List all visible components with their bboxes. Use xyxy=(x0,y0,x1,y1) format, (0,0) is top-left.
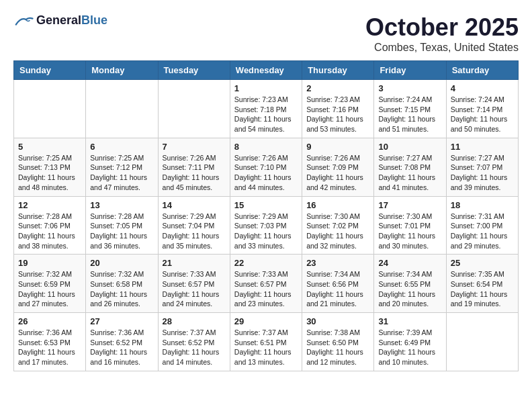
day-info: Sunrise: 7:28 AM Sunset: 7:06 PM Dayligh… xyxy=(18,212,81,251)
column-header-sunday: Sunday xyxy=(14,61,86,80)
calendar-cell: 24Sunrise: 7:34 AM Sunset: 6:55 PM Dayli… xyxy=(374,255,446,313)
day-info: Sunrise: 7:27 AM Sunset: 7:08 PM Dayligh… xyxy=(378,153,441,193)
day-info: Sunrise: 7:34 AM Sunset: 6:56 PM Dayligh… xyxy=(306,269,369,309)
calendar-cell: 8Sunrise: 7:26 AM Sunset: 7:10 PM Daylig… xyxy=(230,138,302,196)
location-text: Combes, Texas, United States xyxy=(365,42,519,54)
day-number: 10 xyxy=(378,142,441,152)
day-number: 17 xyxy=(378,200,441,210)
calendar-cell: 17Sunrise: 7:30 AM Sunset: 7:01 PM Dayli… xyxy=(374,196,446,255)
logo-text: GeneralBlue xyxy=(36,13,107,28)
day-number: 31 xyxy=(378,316,441,326)
day-info: Sunrise: 7:23 AM Sunset: 7:16 PM Dayligh… xyxy=(306,95,369,134)
day-number: 14 xyxy=(163,200,226,210)
day-number: 9 xyxy=(306,142,369,152)
column-header-monday: Monday xyxy=(86,61,158,80)
calendar-header-row: SundayMondayTuesdayWednesdayThursdayFrid… xyxy=(14,61,519,80)
calendar-cell: 7Sunrise: 7:26 AM Sunset: 7:11 PM Daylig… xyxy=(158,138,230,196)
day-number: 24 xyxy=(378,258,441,268)
calendar-cell: 31Sunrise: 7:39 AM Sunset: 6:49 PM Dayli… xyxy=(374,313,446,371)
calendar-cell: 14Sunrise: 7:29 AM Sunset: 7:04 PM Dayli… xyxy=(158,196,230,255)
day-info: Sunrise: 7:35 AM Sunset: 6:54 PM Dayligh… xyxy=(451,269,514,309)
day-info: Sunrise: 7:23 AM Sunset: 7:18 PM Dayligh… xyxy=(234,95,298,134)
day-number: 7 xyxy=(163,142,226,152)
column-header-thursday: Thursday xyxy=(302,61,374,80)
calendar-cell: 27Sunrise: 7:36 AM Sunset: 6:52 PM Dayli… xyxy=(86,313,158,371)
calendar-cell: 23Sunrise: 7:34 AM Sunset: 6:56 PM Dayli… xyxy=(302,255,374,313)
calendar-cell: 28Sunrise: 7:37 AM Sunset: 6:52 PM Dayli… xyxy=(158,313,230,371)
calendar-cell: 1Sunrise: 7:23 AM Sunset: 7:18 PM Daylig… xyxy=(230,80,302,138)
calendar-cell: 30Sunrise: 7:38 AM Sunset: 6:50 PM Dayli… xyxy=(302,313,374,371)
day-number: 11 xyxy=(451,142,514,152)
calendar-cell: 9Sunrise: 7:26 AM Sunset: 7:09 PM Daylig… xyxy=(302,138,374,196)
title-area: October 2025 Combes, Texas, United State… xyxy=(365,13,519,54)
calendar-cell: 11Sunrise: 7:27 AM Sunset: 7:07 PM Dayli… xyxy=(446,138,518,196)
logo-bird-icon xyxy=(13,14,34,28)
calendar-cell xyxy=(14,80,86,138)
day-info: Sunrise: 7:29 AM Sunset: 7:03 PM Dayligh… xyxy=(234,212,298,251)
calendar-cell: 13Sunrise: 7:28 AM Sunset: 7:05 PM Dayli… xyxy=(86,196,158,255)
day-number: 3 xyxy=(378,83,441,93)
day-number: 18 xyxy=(451,200,514,210)
day-number: 30 xyxy=(306,316,369,326)
day-info: Sunrise: 7:30 AM Sunset: 7:01 PM Dayligh… xyxy=(378,212,441,251)
calendar-cell: 2Sunrise: 7:23 AM Sunset: 7:16 PM Daylig… xyxy=(302,80,374,138)
day-info: Sunrise: 7:30 AM Sunset: 7:02 PM Dayligh… xyxy=(306,212,369,251)
day-info: Sunrise: 7:37 AM Sunset: 6:52 PM Dayligh… xyxy=(163,328,226,367)
calendar-cell: 3Sunrise: 7:24 AM Sunset: 7:15 PM Daylig… xyxy=(374,80,446,138)
day-info: Sunrise: 7:26 AM Sunset: 7:10 PM Dayligh… xyxy=(234,153,298,193)
calendar-week-row: 12Sunrise: 7:28 AM Sunset: 7:06 PM Dayli… xyxy=(14,196,519,255)
calendar-week-row: 26Sunrise: 7:36 AM Sunset: 6:53 PM Dayli… xyxy=(14,313,519,371)
calendar-cell: 19Sunrise: 7:32 AM Sunset: 6:59 PM Dayli… xyxy=(14,255,86,313)
day-info: Sunrise: 7:28 AM Sunset: 7:05 PM Dayligh… xyxy=(90,212,153,251)
day-info: Sunrise: 7:33 AM Sunset: 6:57 PM Dayligh… xyxy=(234,269,298,309)
calendar-cell: 18Sunrise: 7:31 AM Sunset: 7:00 PM Dayli… xyxy=(446,196,518,255)
day-number: 26 xyxy=(18,316,81,326)
calendar-table: SundayMondayTuesdayWednesdayThursdayFrid… xyxy=(13,60,519,371)
day-info: Sunrise: 7:31 AM Sunset: 7:00 PM Dayligh… xyxy=(451,212,514,251)
calendar-cell: 29Sunrise: 7:37 AM Sunset: 6:51 PM Dayli… xyxy=(230,313,302,371)
day-number: 15 xyxy=(234,200,298,210)
calendar-week-row: 1Sunrise: 7:23 AM Sunset: 7:18 PM Daylig… xyxy=(14,80,519,138)
day-info: Sunrise: 7:26 AM Sunset: 7:11 PM Dayligh… xyxy=(163,153,226,193)
column-header-friday: Friday xyxy=(374,61,446,80)
day-number: 8 xyxy=(234,142,298,152)
logo: GeneralBlue xyxy=(13,13,107,28)
day-info: Sunrise: 7:32 AM Sunset: 6:58 PM Dayligh… xyxy=(90,269,153,309)
day-number: 5 xyxy=(18,142,81,152)
calendar-cell xyxy=(158,80,230,138)
calendar-cell: 16Sunrise: 7:30 AM Sunset: 7:02 PM Dayli… xyxy=(302,196,374,255)
day-number: 1 xyxy=(234,83,298,93)
day-number: 16 xyxy=(306,200,369,210)
day-info: Sunrise: 7:26 AM Sunset: 7:09 PM Dayligh… xyxy=(306,153,369,193)
calendar-cell: 26Sunrise: 7:36 AM Sunset: 6:53 PM Dayli… xyxy=(14,313,86,371)
column-header-saturday: Saturday xyxy=(446,61,518,80)
day-number: 6 xyxy=(90,142,153,152)
day-number: 28 xyxy=(163,316,226,326)
calendar-week-row: 19Sunrise: 7:32 AM Sunset: 6:59 PM Dayli… xyxy=(14,255,519,313)
day-info: Sunrise: 7:36 AM Sunset: 6:52 PM Dayligh… xyxy=(90,328,153,367)
day-info: Sunrise: 7:24 AM Sunset: 7:14 PM Dayligh… xyxy=(451,95,514,134)
calendar-cell: 12Sunrise: 7:28 AM Sunset: 7:06 PM Dayli… xyxy=(14,196,86,255)
calendar-cell: 10Sunrise: 7:27 AM Sunset: 7:08 PM Dayli… xyxy=(374,138,446,196)
day-number: 23 xyxy=(306,258,369,268)
day-info: Sunrise: 7:39 AM Sunset: 6:49 PM Dayligh… xyxy=(378,328,441,367)
calendar-cell: 20Sunrise: 7:32 AM Sunset: 6:58 PM Dayli… xyxy=(86,255,158,313)
calendar-cell: 6Sunrise: 7:25 AM Sunset: 7:12 PM Daylig… xyxy=(86,138,158,196)
day-number: 4 xyxy=(451,83,514,93)
day-info: Sunrise: 7:36 AM Sunset: 6:53 PM Dayligh… xyxy=(18,328,81,367)
header: GeneralBlue October 2025 Combes, Texas, … xyxy=(13,13,519,54)
column-header-wednesday: Wednesday xyxy=(230,61,302,80)
calendar-cell: 4Sunrise: 7:24 AM Sunset: 7:14 PM Daylig… xyxy=(446,80,518,138)
day-number: 27 xyxy=(90,316,153,326)
day-info: Sunrise: 7:32 AM Sunset: 6:59 PM Dayligh… xyxy=(18,269,81,309)
calendar-cell xyxy=(86,80,158,138)
day-info: Sunrise: 7:29 AM Sunset: 7:04 PM Dayligh… xyxy=(163,212,226,251)
calendar-cell: 21Sunrise: 7:33 AM Sunset: 6:57 PM Dayli… xyxy=(158,255,230,313)
day-info: Sunrise: 7:24 AM Sunset: 7:15 PM Dayligh… xyxy=(378,95,441,134)
calendar-cell: 5Sunrise: 7:25 AM Sunset: 7:13 PM Daylig… xyxy=(14,138,86,196)
day-info: Sunrise: 7:33 AM Sunset: 6:57 PM Dayligh… xyxy=(163,269,226,309)
column-header-tuesday: Tuesday xyxy=(158,61,230,80)
calendar-week-row: 5Sunrise: 7:25 AM Sunset: 7:13 PM Daylig… xyxy=(14,138,519,196)
day-number: 2 xyxy=(306,83,369,93)
day-number: 12 xyxy=(18,200,81,210)
